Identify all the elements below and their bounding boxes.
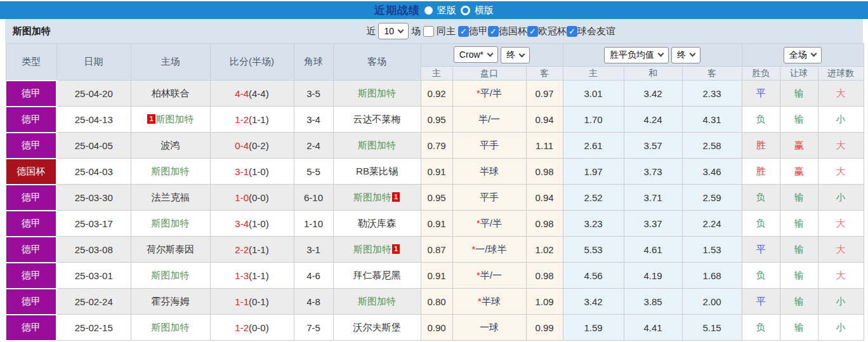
match-date-cell: 25-03-01 — [56, 263, 131, 289]
league-label[interactable]: 德国杯 — [499, 25, 527, 37]
league-checkbox-checked-icon[interactable] — [527, 26, 538, 37]
league-checkbox-checked-icon[interactable] — [458, 26, 469, 37]
col-header-date: 日期 — [56, 44, 131, 81]
match-type-cell: 德甲 — [6, 81, 56, 107]
score-cell: 1-0(0-0) — [210, 185, 294, 211]
half-time-score: (1-1) — [249, 270, 269, 281]
table-row: 德国杯 25-04-03 斯图加特 3-1(1-0) 5-5 RB莱比锡 0.9… — [6, 159, 864, 185]
score-cell: 1-3(1-1) — [210, 263, 294, 289]
corners-cell: 6-10 — [294, 185, 333, 211]
avg-lose-cell: 2.58 — [682, 133, 742, 159]
home-team-name[interactable]: 斯图加特 — [152, 166, 190, 176]
handicap-result-cell: 赢 — [780, 159, 818, 185]
handicap-cell: *半球 — [452, 289, 526, 315]
match-date-cell: 25-04-20 — [56, 81, 131, 107]
table-row: 德甲 25-04-13 1斯图加特 1-2(1-1) 3-4 云达不莱梅 0.9… — [6, 107, 864, 133]
home-team-name[interactable]: 荷尔斯泰因 — [147, 244, 194, 254]
score-cell: 1-2(1-1) — [210, 107, 294, 133]
full-time-score: 1-3 — [235, 270, 249, 281]
recent-matches-table: 类型 日期 主场 比分(半场) 角球 客场 Crow* 终 胜平负均值 终 全场… — [5, 43, 864, 341]
handicap-text: 半球 — [480, 166, 499, 176]
home-team-name[interactable]: 斯图加特 — [152, 322, 190, 332]
away-team-name[interactable]: 云达不莱梅 — [353, 114, 401, 124]
league-filter: 德甲 — [458, 25, 488, 37]
league-label[interactable]: 球会友谊 — [577, 25, 615, 37]
chevron-down-icon — [811, 51, 817, 57]
result-cell: 平 — [742, 289, 780, 315]
table-body: 德甲 25-04-20 柏林联合 4-4(4-4) 3-5 斯图加特 0.92 … — [6, 81, 864, 341]
home-team-name[interactable]: 斯图加特 — [152, 270, 190, 280]
avg-lose-cell: 3.46 — [682, 159, 742, 185]
half-time-score: (0-0) — [249, 322, 269, 333]
away-team-name[interactable]: 斯图加特 — [358, 88, 396, 98]
chevron-down-icon — [657, 51, 664, 57]
home-team-name[interactable]: 斯图加特 — [156, 114, 194, 124]
half-time-score: (1-0) — [249, 166, 269, 177]
handicap-cell: 平手 — [452, 185, 526, 211]
half-time-score: (0-2) — [249, 140, 269, 151]
league-checkbox-checked-icon[interactable] — [488, 26, 499, 37]
home-odds-cell: 0.87 — [421, 237, 452, 263]
home-team-name[interactable]: 霍芬海姆 — [152, 296, 190, 306]
avg-draw-cell: 4.61 — [624, 237, 682, 263]
same-home-checkbox[interactable] — [423, 26, 434, 37]
away-team-name[interactable]: 勒沃库森 — [358, 218, 396, 228]
league-label[interactable]: 德甲 — [469, 25, 488, 37]
handicap-result-cell: 输 — [780, 315, 818, 341]
away-team-name[interactable]: 沃尔夫斯堡 — [353, 322, 401, 332]
away-team-name[interactable]: 拜仁慕尼黑 — [353, 270, 401, 280]
games-label: 场 — [411, 25, 421, 37]
avg-win-cell: 1.70 — [563, 107, 624, 133]
match-type-cell: 德国杯 — [6, 159, 56, 185]
handicap-cell: *平/半 — [452, 211, 526, 237]
subheader-avg-win: 主 — [563, 67, 624, 81]
subheader-avg-draw: 和 — [624, 67, 682, 81]
match-type-cell: 德甲 — [6, 289, 56, 315]
col-header-type: 类型 — [6, 44, 56, 81]
away-team-name[interactable]: 斯图加特 — [353, 244, 391, 254]
home-team-name[interactable]: 法兰克福 — [152, 192, 190, 202]
result-cell: 平 — [742, 237, 780, 263]
handicap-cell: 半/一 — [452, 107, 526, 133]
full-time-score: 0-4 — [235, 140, 249, 151]
corners-cell: 7-5 — [294, 315, 333, 341]
avg-time-select[interactable]: 终 — [671, 47, 700, 63]
home-odds-cell: 0.90 — [421, 315, 452, 341]
away-team-name[interactable]: 斯图加特 — [353, 192, 391, 202]
scope-select[interactable]: 全场 — [784, 47, 822, 63]
vertical-radio-label[interactable]: 竖版 — [437, 4, 456, 16]
horizontal-radio-label[interactable]: 横版 — [475, 4, 494, 16]
odds-time-value: 终 — [506, 49, 515, 61]
match-date-cell: 25-02-24 — [56, 289, 131, 315]
avg-type-select[interactable]: 胜平负均值 — [604, 47, 669, 63]
handicap-result-cell: 输 — [780, 211, 818, 237]
horizontal-radio-icon[interactable] — [461, 6, 470, 15]
league-checkbox-checked-icon[interactable] — [567, 26, 577, 37]
handicap-result-cell: 赢 — [780, 133, 818, 159]
away-team-cell: 斯图加特1 — [333, 237, 421, 263]
match-count-select[interactable]: 10 — [378, 23, 409, 39]
league-label[interactable]: 欧冠杯 — [538, 25, 567, 37]
table-row: 德甲 25-03-01 斯图加特 1-3(1-1) 4-6 拜仁慕尼黑 0.91… — [6, 263, 864, 289]
away-team-name[interactable]: 斯图加特 — [358, 296, 396, 306]
result-cell: 负 — [742, 211, 780, 237]
away-odds-cell: 0.97 — [526, 81, 563, 107]
home-odds-cell: 0.92 — [421, 81, 452, 107]
match-date-cell: 25-04-13 — [56, 107, 131, 133]
handicap-result-cell: 输 — [780, 289, 818, 315]
home-team-name[interactable]: 斯图加特 — [152, 218, 190, 228]
home-team-name[interactable]: 波鸿 — [161, 140, 180, 150]
red-card-badge: 1 — [147, 114, 155, 124]
subheader-handicap: 盘口 — [452, 67, 526, 81]
away-team-name[interactable]: RB莱比锡 — [356, 166, 398, 176]
away-team-name[interactable]: 斯图加特 — [358, 140, 396, 150]
goals-result-cell: 大 — [818, 81, 864, 107]
home-team-name[interactable]: 柏林联合 — [152, 88, 190, 98]
odds-time-select[interactable]: 终 — [501, 47, 530, 63]
odds-company-select[interactable]: Crow* — [454, 46, 498, 63]
vertical-radio-selected-icon[interactable] — [424, 6, 433, 15]
full-time-score: 1-1 — [235, 296, 249, 307]
match-type-cell: 德甲 — [6, 237, 56, 263]
avg-win-cell: 3.01 — [563, 81, 624, 107]
handicap-cell: *一/球半 — [452, 237, 526, 263]
